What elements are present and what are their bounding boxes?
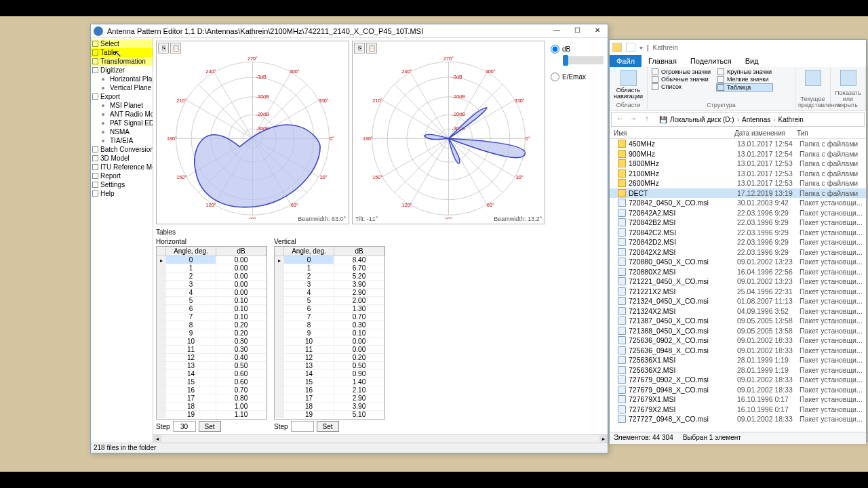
table-row[interactable]: 61.30: [275, 305, 384, 313]
file-row[interactable]: 720842_0450_X_CO.msi30.01.2003 9:42Пакет…: [610, 198, 866, 208]
col-name[interactable]: Имя: [610, 129, 730, 137]
table-row[interactable]: 30.00: [157, 281, 267, 289]
tab-file[interactable]: Файл: [610, 55, 642, 67]
tree-item[interactable]: Horizontal Plane: [91, 75, 153, 83]
file-row[interactable]: 727679X1.MSI16.10.1996 0:17Пакет установ…: [610, 394, 866, 405]
db-slider[interactable]: [563, 56, 604, 64]
table-row[interactable]: 52.00: [275, 297, 384, 305]
file-row[interactable]: 721388_0450_X_CO.msi09.05.2005 13:58Паке…: [610, 326, 866, 336]
file-row[interactable]: 725636X2.MSI28.01.1999 1:19Пакет установ…: [610, 365, 866, 375]
table-row[interactable]: 70.10: [157, 313, 267, 321]
file-row[interactable]: 721221_0450_X_CO.msi09.01.2002 13:23Паке…: [610, 277, 866, 287]
table-row[interactable]: 110.00: [275, 346, 384, 354]
breadcrumb-seg[interactable]: Antennas: [742, 116, 770, 123]
table-row[interactable]: 33.90: [275, 281, 384, 289]
breadcrumb-seg[interactable]: Kathrein: [778, 116, 804, 123]
tree-item[interactable]: ITU Reference Models: [91, 163, 153, 171]
view-huge-icons[interactable]: Огромные значки: [650, 68, 712, 75]
table-row[interactable]: 120.40: [157, 354, 267, 362]
table-row[interactable]: 140.60: [157, 370, 267, 378]
table-row[interactable]: 16.70: [275, 264, 384, 272]
titlebar[interactable]: Antenna Pattern Editor 1.1 D:\Antennas\K…: [91, 24, 608, 38]
file-row[interactable]: 1800MHz13.01.2017 12:53Папка с файлами: [610, 159, 866, 169]
table-row[interactable]: 162.10: [275, 386, 384, 394]
table-row[interactable]: 60.10: [157, 305, 267, 313]
file-row[interactable]: 725636_0948_X_CO.msi09.01.2002 18:33Паке…: [610, 346, 866, 356]
table-row[interactable]: 195.10: [275, 411, 384, 418]
file-list[interactable]: 450MHz13.01.2017 12:54Папка с файлами900…: [610, 139, 866, 432]
file-row[interactable]: 727679X2.MSI16.10.1996 0:17Пакет установ…: [610, 405, 866, 415]
emax-radio[interactable]: [551, 73, 559, 81]
file-row[interactable]: 727679_0948_X_CO.msi09.01.2002 18:33Паке…: [610, 385, 866, 395]
maximize-button[interactable]: ☐: [567, 24, 587, 38]
col-type[interactable]: Тип: [793, 129, 866, 137]
table-row[interactable]: 120.20: [275, 354, 384, 362]
table-row[interactable]: 170.80: [157, 394, 267, 403]
tab-home[interactable]: Главная: [642, 55, 684, 67]
file-row[interactable]: 450MHz13.01.2017 12:54Папка с файлами: [610, 139, 866, 149]
qat-icon[interactable]: [626, 43, 635, 52]
table-row[interactable]: 130.50: [275, 362, 384, 370]
up-button[interactable]: ↑: [642, 114, 652, 125]
view-large-icons[interactable]: Крупные значки: [716, 68, 773, 75]
tab-view[interactable]: Вид: [738, 55, 766, 67]
file-row[interactable]: 720880X2.MSI16.04.1996 22:56Пакет устано…: [610, 267, 866, 277]
table-row[interactable]: 80.20: [157, 321, 267, 329]
file-row[interactable]: 720842D2.MSI22.03.1996 9:29Пакет установ…: [610, 237, 866, 247]
tree-item[interactable]: Batch Conversion: [91, 145, 153, 154]
tree-item[interactable]: MSI Planet: [91, 101, 153, 110]
table-row[interactable]: 181.00: [157, 403, 267, 411]
table-row[interactable]: 100.30: [157, 338, 267, 346]
view-list[interactable]: Список: [650, 83, 712, 90]
table-row[interactable]: 00.00: [157, 256, 267, 264]
col-db[interactable]: dB: [216, 247, 267, 256]
table-row[interactable]: 150.60: [157, 378, 267, 386]
file-row[interactable]: 2100MHz13.01.2017 12:53Папка с файлами: [610, 169, 866, 179]
tree-item[interactable]: PAT Signal EDX: [91, 119, 153, 127]
tree-item[interactable]: Export: [91, 92, 153, 101]
file-row[interactable]: 721387_0450_X_CO.msi09.05.2005 13:58Паке…: [610, 316, 866, 326]
tree-item[interactable]: Table: [91, 48, 153, 57]
table-row[interactable]: 90.20: [157, 329, 267, 338]
tree-item[interactable]: Vertical Plane: [91, 83, 153, 92]
table-row[interactable]: 191.10: [157, 411, 267, 418]
tree-item[interactable]: TIA/EIA: [91, 136, 153, 145]
table-row[interactable]: 130.50: [157, 362, 267, 370]
minimize-button[interactable]: —: [547, 24, 567, 38]
table-row[interactable]: 20.00: [157, 272, 267, 281]
table-row[interactable]: 50.10: [157, 297, 267, 305]
file-row[interactable]: 721324X2.MSI04.09.1996 3:52Пакет установ…: [610, 306, 866, 317]
current-view-button[interactable]: [798, 68, 827, 87]
tree-item[interactable]: 3D Model: [91, 154, 153, 163]
tree-item[interactable]: Select: [91, 39, 153, 48]
breadcrumb[interactable]: ← → ↑ 💾 Локальный диск (D:)› Antennas› K…: [611, 112, 865, 127]
col-db[interactable]: dB: [334, 247, 384, 256]
view-normal-icons[interactable]: Обычные значки: [650, 76, 712, 83]
file-row[interactable]: 727679_0902_X_CO.msi09.01.2002 18:33Паке…: [610, 375, 866, 385]
col-angle[interactable]: Angle, deg.: [284, 247, 334, 256]
table-row[interactable]: 25.20: [275, 272, 384, 281]
tab-share[interactable]: Поделиться: [684, 55, 738, 67]
table-row[interactable]: 70.70: [275, 313, 384, 321]
col-date[interactable]: Дата изменения: [730, 129, 793, 137]
back-button[interactable]: ←: [614, 114, 625, 125]
close-button[interactable]: ✕: [587, 24, 608, 38]
forward-button[interactable]: →: [628, 114, 639, 125]
navigation-pane-button[interactable]: Область навигации: [612, 68, 644, 101]
db-radio[interactable]: [551, 45, 559, 54]
table-row[interactable]: 140.90: [275, 370, 384, 378]
set-button-vertical[interactable]: Set: [317, 421, 339, 432]
file-row[interactable]: 725636X1.MSI28.01.1999 1:19Пакет установ…: [610, 355, 866, 365]
tree-item[interactable]: Report: [91, 171, 153, 180]
file-row[interactable]: 720880_0450_X_CO.msi09.01.2002 13:23Паке…: [610, 257, 866, 267]
view-details[interactable]: Таблица: [716, 83, 773, 92]
tree-item[interactable]: Transformation: [91, 57, 153, 66]
step-input-vertical[interactable]: [291, 421, 314, 432]
table-row[interactable]: 40.00: [157, 289, 267, 297]
table-row[interactable]: 100.00: [275, 338, 384, 346]
file-row[interactable]: 725636_0902_X_CO.msi09.01.2002 18:33Паке…: [610, 336, 866, 346]
file-row[interactable]: 720842C2.MSI22.03.1996 9:29Пакет установ…: [610, 228, 866, 238]
file-row[interactable]: 900MHz13.01.2017 12:54Папка с файлами: [610, 149, 866, 159]
file-row[interactable]: 2600MHz13.01.2017 12:53Папка с файлами: [610, 178, 866, 188]
column-headers[interactable]: Имя Дата изменения Тип: [610, 128, 866, 139]
